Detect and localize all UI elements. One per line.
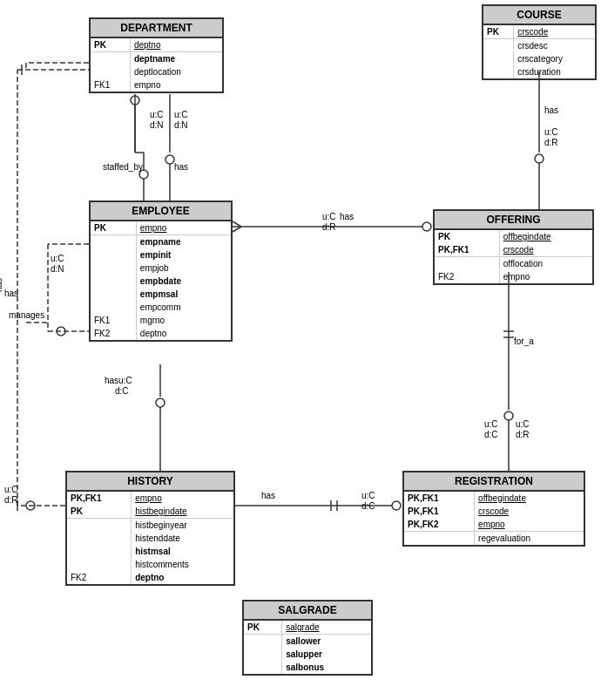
svg-line-33 (233, 227, 241, 232)
course-attr-label-1 (483, 39, 514, 53)
sal-attr-row-1: sallower (244, 635, 371, 649)
reg-pk-label-1: PK,FK1 (404, 492, 475, 505)
hist-attr-label-1 (67, 519, 132, 533)
hist-attr-label-5: FK2 (67, 571, 132, 584)
course-attr-2: crscategory (514, 52, 595, 65)
emp-attr-row-8: FK2 deptno (91, 327, 231, 340)
svg-text:has: has (4, 289, 18, 298)
entity-offering: OFFERING PK offbegindate PK,FK1 crscode … (433, 209, 594, 285)
off-attr-2: empno (499, 270, 592, 283)
sal-attr-label-1 (244, 635, 282, 649)
course-attr-3: crsduration (514, 65, 595, 78)
emp-attr-row-6: empcomm (91, 301, 231, 314)
dept-attr-row-3: FK1 empno (91, 78, 222, 92)
course-attr-1: crsdesc (514, 39, 595, 53)
reg-attr-row-1: regevaluation (404, 532, 584, 546)
course-attr-label-2 (483, 52, 514, 65)
emp-attr-label-3 (91, 262, 136, 275)
hist-attr-1: histbeginyear (132, 519, 233, 533)
reg-attr-1: regevaluation (475, 532, 584, 546)
course-pk-row: PK crscode (483, 25, 595, 39)
emp-attr-5: empmsal (136, 288, 231, 301)
entity-history-title: HISTORY (67, 472, 233, 492)
svg-text:d:R: d:R (544, 138, 558, 147)
hist-attr-3: histmsal (132, 545, 233, 558)
off-attr-label-1 (435, 257, 499, 271)
hist-attr-2: histenddate (132, 532, 233, 545)
off-attr-1: offlocation (499, 257, 592, 271)
svg-text:has: has (261, 491, 275, 500)
hist-attr-label-2 (67, 532, 132, 545)
svg-point-53 (156, 398, 165, 407)
hist-pk-row-2: PK histbegindate (67, 505, 233, 519)
entity-salgrade-title: SALGRADE (244, 601, 371, 621)
erd-diagram: COURSE PK crscode crsdesc crscategory cr… (0, 0, 601, 700)
emp-attr-row-5: empmsal (91, 288, 231, 301)
hist-attr-row-4: histcomments (67, 558, 233, 571)
course-attr-row-2: crscategory (483, 52, 595, 65)
off-pk-attr-1: offbegindate (499, 230, 592, 243)
entity-salgrade: SALGRADE PK salgrade sallower salupper s… (242, 600, 373, 676)
dept-attr-row-1: deptname (91, 52, 222, 66)
hist-attr-label-4 (67, 558, 132, 571)
hist-pk-attr-1: empno (132, 492, 233, 505)
emp-attr-label-7: FK1 (91, 314, 136, 327)
dept-attr-3: empno (130, 78, 222, 92)
emp-attr-row-4: empbdate (91, 275, 231, 288)
emp-attr-8: deptno (136, 327, 231, 340)
dept-attr-label-3: FK1 (91, 78, 130, 92)
dept-pk-row: PK deptno (91, 38, 222, 52)
course-attr-row-1: crsdesc (483, 39, 595, 53)
svg-text:u:C: u:C (544, 127, 558, 137)
svg-text:u:C: u:C (516, 419, 530, 429)
svg-text:hasu:C: hasu:C (105, 376, 132, 385)
dept-attr-label-1 (91, 52, 130, 66)
dept-attr-row-2: deptlocation (91, 65, 222, 78)
dept-attr-2: deptlocation (130, 65, 222, 78)
dept-attr-1: deptname (130, 52, 222, 66)
svg-text:u:C: u:C (51, 254, 64, 263)
svg-text:d:R: d:R (322, 222, 336, 232)
reg-pk-label-2: PK,FK1 (404, 505, 475, 518)
svg-text:d:N: d:N (150, 120, 164, 130)
entity-employee-title: EMPLOYEE (91, 202, 231, 221)
hist-attr-row-1: histbeginyear (67, 519, 233, 533)
off-pk-row-1: PK offbegindate (435, 230, 592, 243)
svg-point-1 (131, 96, 139, 105)
svg-point-58 (392, 501, 401, 510)
reg-pk-attr-2: crscode (475, 505, 584, 518)
entity-department-title: DEPARTMENT (91, 19, 222, 38)
svg-text:has: has (174, 162, 188, 172)
emp-pk-attr: empno (136, 221, 231, 235)
sal-attr-row-2: salupper (244, 648, 371, 661)
sal-attr-label-3 (244, 661, 282, 674)
entity-employee: EMPLOYEE PK empno empname empinit empjob… (89, 200, 233, 342)
off-pk-row-2: PK,FK1 crscode (435, 243, 592, 257)
sal-attr-3: salbonus (282, 661, 371, 674)
svg-text:staffed_by: staffed_by (103, 162, 143, 172)
svg-text:u:C: u:C (4, 485, 18, 494)
svg-text:d:N: d:N (51, 264, 64, 274)
svg-text:u:C: u:C (322, 212, 336, 221)
off-pk-attr-2: crscode (499, 243, 592, 257)
emp-attr-label-4 (91, 275, 136, 288)
emp-attr-row-7: FK1 mgrno (91, 314, 231, 327)
course-pk-attr: crscode (514, 25, 595, 39)
svg-text:u:C: u:C (484, 419, 498, 429)
svg-text:d:C: d:C (115, 386, 129, 396)
svg-point-43 (504, 411, 513, 420)
relationship-lines: u:C d:N staffed_by u:C d:N has has u:C d… (0, 0, 601, 700)
entity-registration: REGISTRATION PK,FK1 offbegindate PK,FK1 … (402, 471, 585, 547)
entity-course: COURSE PK crscode crsdesc crscategory cr… (482, 4, 597, 80)
emp-attr-7: mgrno (136, 314, 231, 327)
emp-attr-row-2: empinit (91, 248, 231, 262)
hist-attr-row-5: FK2 deptno (67, 571, 233, 584)
reg-pk-row-1: PK,FK1 offbegindate (404, 492, 584, 505)
svg-point-26 (535, 154, 544, 163)
emp-attr-row-3: empjob (91, 262, 231, 275)
hist-pk-attr-2: histbegindate (132, 505, 233, 519)
svg-text:d:N: d:N (174, 120, 188, 130)
emp-pk-label: PK (91, 221, 136, 235)
svg-point-11 (165, 155, 174, 164)
off-pk-label-1: PK (435, 230, 499, 243)
